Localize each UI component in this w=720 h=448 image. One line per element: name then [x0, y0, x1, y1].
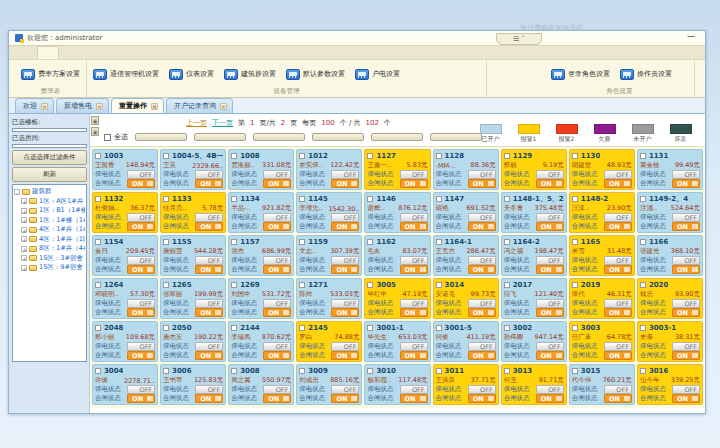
supply-status-toggle[interactable]: OFF — [127, 385, 155, 394]
switch-status-toggle[interactable]: ON — [331, 394, 359, 403]
menu-tab[interactable] — [37, 46, 59, 59]
switch-status-toggle[interactable]: ON — [127, 265, 155, 274]
card-checkbox[interactable] — [231, 325, 237, 331]
switch-status-toggle[interactable]: ON — [127, 222, 155, 231]
supply-status-toggle[interactable]: OFF — [263, 170, 291, 179]
switch-status-toggle[interactable]: ON — [331, 308, 359, 317]
close-icon[interactable]: × — [151, 103, 158, 110]
switch-status-toggle[interactable]: ON — [263, 351, 291, 360]
supply-status-toggle[interactable]: OFF — [672, 299, 700, 308]
supply-status-toggle[interactable]: OFF — [536, 342, 564, 351]
ribbon-button[interactable]: 费率方案设置 — [21, 69, 80, 80]
card-checkbox[interactable] — [95, 368, 101, 374]
switch-status-toggle[interactable]: ON — [195, 394, 223, 403]
supply-status-toggle[interactable]: OFF — [536, 299, 564, 308]
document-tab[interactable]: 重置操作 × — [111, 98, 164, 113]
supply-status-toggle[interactable]: OFF — [331, 213, 359, 222]
close-icon[interactable]: × — [220, 103, 227, 110]
tree-item[interactable]: + 15区：3#宿舍（3#宿舍楼） — [14, 254, 85, 264]
card-checkbox[interactable] — [231, 196, 237, 202]
card-checkbox[interactable] — [231, 153, 237, 159]
switch-status-toggle[interactable]: ON — [127, 179, 155, 188]
supply-status-toggle[interactable]: OFF — [468, 299, 496, 308]
switch-status-toggle[interactable]: ON — [331, 179, 359, 188]
supply-status-toggle[interactable]: OFF — [195, 170, 223, 179]
ribbon-button[interactable]: 登录角色设置 — [551, 69, 610, 80]
switch-status-toggle[interactable]: ON — [195, 351, 223, 360]
card-checkbox[interactable] — [299, 196, 305, 202]
card-checkbox[interactable] — [163, 282, 169, 288]
card-checkbox[interactable] — [640, 196, 646, 202]
supply-status-toggle[interactable]: OFF — [195, 256, 223, 265]
supply-status-toggle[interactable]: OFF — [263, 299, 291, 308]
selected-area-box[interactable] — [12, 128, 87, 132]
supply-status-toggle[interactable]: OFF — [331, 385, 359, 394]
supply-status-toggle[interactable]: OFF — [604, 299, 632, 308]
switch-status-toggle[interactable]: ON — [672, 308, 700, 317]
card-checkbox[interactable] — [572, 282, 578, 288]
switch-status-toggle[interactable]: ON — [263, 265, 291, 274]
switch-status-toggle[interactable]: ON — [604, 222, 632, 231]
card-checkbox[interactable] — [95, 196, 101, 202]
supply-status-toggle[interactable]: OFF — [331, 256, 359, 265]
switch-status-toggle[interactable]: ON — [263, 179, 291, 188]
switch-status-toggle[interactable]: ON — [400, 308, 428, 317]
quick-access-toolbar[interactable]: ☰ ˅ — [496, 33, 542, 45]
card-checkbox[interactable] — [367, 153, 373, 159]
supply-status-toggle[interactable]: OFF — [127, 213, 155, 222]
supply-status-toggle[interactable]: OFF — [331, 342, 359, 351]
supply-status-toggle[interactable]: OFF — [468, 256, 496, 265]
card-checkbox[interactable] — [572, 196, 578, 202]
supply-status-toggle[interactable]: OFF — [263, 342, 291, 351]
supply-status-toggle[interactable]: OFF — [604, 256, 632, 265]
card-checkbox[interactable] — [436, 196, 442, 202]
supply-status-toggle[interactable]: OFF — [536, 385, 564, 394]
switch-status-toggle[interactable]: ON — [195, 179, 223, 188]
menu-tab[interactable] — [59, 46, 79, 59]
ribbon-button[interactable]: 默认参数设置 — [286, 69, 345, 80]
supply-status-toggle[interactable]: OFF — [127, 256, 155, 265]
document-tab[interactable]: 新增售电 × — [56, 98, 109, 113]
card-checkbox[interactable] — [572, 239, 578, 245]
supply-status-toggle[interactable]: OFF — [127, 342, 155, 351]
switch-status-toggle[interactable]: ON — [672, 265, 700, 274]
card-checkbox[interactable] — [163, 368, 169, 374]
card-checkbox[interactable] — [299, 239, 305, 245]
switch-status-toggle[interactable]: ON — [400, 265, 428, 274]
menu-tab[interactable] — [99, 46, 119, 59]
switch-status-toggle[interactable]: ON — [468, 351, 496, 360]
close-icon[interactable]: × — [41, 103, 48, 110]
supply-status-toggle[interactable]: OFF — [195, 385, 223, 394]
tree-expander-icon[interactable]: + — [21, 265, 27, 271]
switch-status-toggle[interactable]: ON — [195, 222, 223, 231]
card-checkbox[interactable] — [640, 325, 646, 331]
ribbon-button[interactable]: 建筑群设置 — [224, 69, 276, 80]
switch-status-toggle[interactable]: ON — [604, 179, 632, 188]
supply-status-toggle[interactable]: OFF — [672, 385, 700, 394]
card-checkbox[interactable] — [572, 153, 578, 159]
tree-expander-icon[interactable]: + — [21, 208, 27, 214]
card-checkbox[interactable] — [231, 368, 237, 374]
switch-status-toggle[interactable]: ON — [331, 222, 359, 231]
card-checkbox[interactable] — [640, 239, 646, 245]
switch-status-toggle[interactable]: ON — [331, 265, 359, 274]
switch-status-toggle[interactable]: ON — [468, 179, 496, 188]
switch-status-toggle[interactable]: ON — [195, 265, 223, 274]
next-page-link[interactable]: 下一页 — [212, 118, 233, 128]
supply-status-toggle[interactable]: OFF — [468, 170, 496, 179]
supply-status-toggle[interactable]: OFF — [263, 256, 291, 265]
supply-status-toggle[interactable]: OFF — [400, 170, 428, 179]
supply-status-toggle[interactable]: OFF — [536, 256, 564, 265]
switch-status-toggle[interactable]: ON — [468, 308, 496, 317]
supply-status-toggle[interactable]: OFF — [672, 256, 700, 265]
card-checkbox[interactable] — [436, 282, 442, 288]
switch-status-toggle[interactable]: ON — [468, 394, 496, 403]
switch-status-toggle[interactable]: ON — [536, 179, 564, 188]
card-checkbox[interactable] — [163, 239, 169, 245]
selected-room-box[interactable] — [12, 144, 87, 148]
switch-status-toggle[interactable]: ON — [604, 394, 632, 403]
tree-item[interactable]: + 4区：1#井（1区1#楼） — [14, 235, 85, 245]
supply-status-toggle[interactable]: OFF — [400, 213, 428, 222]
supply-status-toggle[interactable]: OFF — [195, 299, 223, 308]
tree-expander-icon[interactable]: + — [21, 227, 27, 233]
